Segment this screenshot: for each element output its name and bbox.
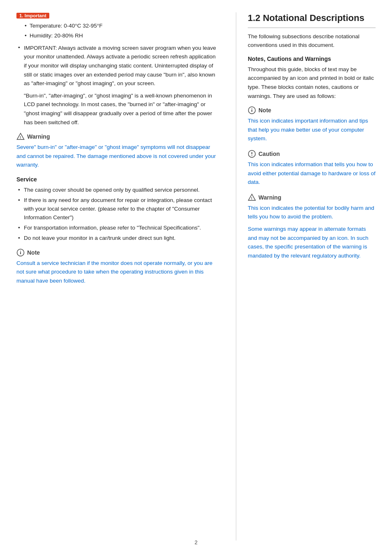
sub-bullet-list: Temperature: 0-40°C 32-95°F Humidity: 20…	[24, 22, 219, 40]
left-note-header: Note	[16, 248, 219, 257]
notes-cautions-warnings-heading: Notes, Cautions and Warnings	[248, 56, 376, 62]
left-note-block: Note Consult a service technician if the…	[16, 248, 219, 285]
note-icon	[16, 248, 25, 257]
right-note-text: This icon indicates important informatio…	[248, 116, 376, 143]
section-intro: The following subsections describe notat…	[248, 32, 376, 50]
right-column: 1.2 Notational Descriptions The followin…	[236, 12, 376, 541]
important-block: IMPORTANT: Always activate a moving scre…	[24, 44, 219, 127]
note-icon-right	[248, 106, 256, 114]
service-bullet-list: The casing cover should be opened only b…	[16, 186, 219, 243]
list-item: Do not leave your monitor in a car/trunk…	[16, 234, 219, 243]
right-warning-text1: This icon indicates the potential for bo…	[248, 204, 376, 221]
left-warning-text: Severe" burn-in" or "after-image" or "gh…	[16, 143, 219, 169]
left-warning-block: ! Warning Severe" burn-in" or "after-ima…	[16, 132, 219, 169]
right-warning-header: ! Warning	[248, 193, 376, 202]
right-caution-label: Caution	[258, 151, 280, 157]
svg-text:!: !	[251, 196, 252, 200]
left-warning-label: Warning	[27, 133, 50, 140]
right-note-label: Note	[258, 107, 271, 114]
important-para2: "Burn-in", "after-imaging", or "ghost im…	[24, 91, 219, 127]
right-warning-block: ! Warning This icon indicates the potent…	[248, 193, 376, 260]
right-caution-text: This icon indicates information that tel…	[248, 160, 376, 187]
list-item: For transportation information, please r…	[16, 224, 219, 232]
svg-rect-2	[20, 252, 21, 254]
svg-rect-9	[251, 155, 252, 155]
notes-cautions-warnings-para: Throughout this guide, blocks of text ma…	[248, 65, 376, 100]
svg-rect-5	[251, 110, 252, 112]
svg-rect-8	[251, 152, 252, 154]
list-item: The casing cover should be opened only b…	[16, 186, 219, 195]
caution-icon	[248, 150, 256, 158]
warning-icon: !	[16, 132, 25, 141]
left-note-text: Consult a service technician if the moni…	[16, 259, 219, 285]
svg-text:!: !	[20, 135, 21, 139]
right-note-block: Note This icon indicates important infor…	[248, 106, 376, 143]
list-item: Humidity: 20-80% RH	[24, 32, 219, 40]
page-number: 2	[194, 539, 197, 545]
right-note-header: Note	[248, 106, 376, 114]
right-caution-header: Caution	[248, 150, 376, 158]
right-warning-label: Warning	[258, 194, 281, 201]
svg-rect-3	[20, 251, 21, 251]
important-tag: 1. Important	[16, 13, 49, 19]
right-caution-block: Caution This icon indicates information …	[248, 150, 376, 187]
right-warning-text2: Some warnings may appear in alternate fo…	[248, 225, 376, 260]
left-column: 1. Important Temperature: 0-40°C 32-95°F…	[16, 12, 223, 541]
service-heading: Service	[16, 176, 219, 183]
warning-icon-right: !	[248, 193, 256, 202]
left-warning-header: ! Warning	[16, 132, 219, 141]
important-bullet-list: IMPORTANT: Always activate a moving scre…	[16, 44, 219, 127]
svg-rect-6	[251, 109, 252, 109]
important-para1: IMPORTANT: Always activate a moving scre…	[24, 44, 219, 88]
list-item: If there is any need for any document fo…	[16, 196, 219, 222]
section-title: 1.2 Notational Descriptions	[248, 12, 376, 28]
list-item: IMPORTANT: Always activate a moving scre…	[16, 44, 219, 127]
left-note-label: Note	[27, 249, 40, 256]
list-item: Temperature: 0-40°C 32-95°F	[24, 22, 219, 30]
